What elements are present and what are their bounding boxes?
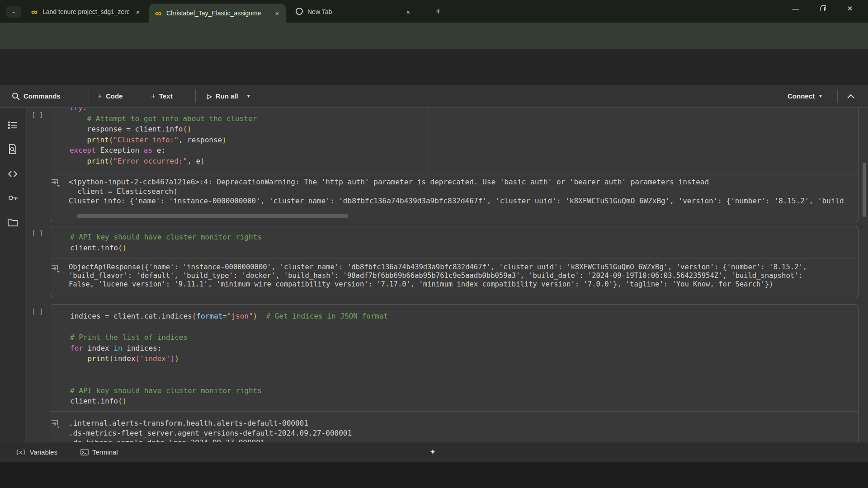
- add-code-button[interactable]: + Code: [98, 85, 123, 107]
- cell-output: .internal.alerts-transform.health.alerts…: [69, 418, 858, 442]
- tab-title: Land tenure project_sdg1_zero_: [42, 8, 129, 15]
- cell-run-gutter[interactable]: [ ]: [32, 230, 47, 237]
- colab-favicon: ∞: [154, 9, 163, 18]
- browser-tab-1[interactable]: ∞ Land tenure project_sdg1_zero_ ×: [25, 4, 146, 20]
- files-folder-icon[interactable]: [7, 217, 18, 228]
- notebook-content: [ ] try: # Attempt to get info about the…: [0, 108, 868, 442]
- notebook-footer: {x} Variables Terminal ✦: [0, 442, 868, 462]
- run-all-button[interactable]: ▷ Run all ▼: [207, 85, 251, 107]
- collapse-header-icon[interactable]: [847, 85, 854, 107]
- code-editor[interactable]: indices = client.cat.indices(format="jso…: [70, 311, 388, 407]
- code-editor[interactable]: # API key should have cluster monitor ri…: [70, 232, 262, 253]
- browser-tab-2-active[interactable]: ∞ Christabel_Tay_Elastic_assignme ×: [149, 4, 286, 23]
- cell-output: <ipython-input-2-ccb467a121e6>:4: Deprec…: [69, 177, 858, 206]
- add-text-label: Text: [159, 92, 173, 100]
- output-toggle-icon[interactable]: [51, 419, 61, 428]
- tab-title: New Tab: [307, 8, 400, 15]
- windows-taskbar: 1 mm of rain Wednesday Search DELL a O: [0, 462, 868, 488]
- cell-output-divider: [50, 258, 858, 258]
- output-horizontal-scrollbar[interactable]: [77, 214, 348, 218]
- cell-run-gutter[interactable]: [ ]: [32, 308, 47, 315]
- cell-editor-right-edge: [429, 108, 429, 174]
- table-of-contents-icon[interactable]: [7, 120, 18, 131]
- window-maximize-button[interactable]: [813, 0, 833, 17]
- plus-icon: +: [98, 92, 102, 101]
- tab-search-button[interactable]: ⌄: [6, 6, 21, 18]
- cell-output-divider: [50, 174, 858, 174]
- plus-icon: +: [151, 92, 156, 101]
- browser-tab-strip: ⌄ ∞ Land tenure project_sdg1_zero_ × ∞ C…: [0, 0, 868, 23]
- left-sidebar: [0, 108, 25, 442]
- code-snippets-icon[interactable]: [7, 169, 18, 179]
- desktop: ⌄ ∞ Land tenure project_sdg1_zero_ × ∞ C…: [0, 0, 868, 488]
- gemini-spark-footer-icon[interactable]: ✦: [429, 442, 436, 462]
- toolbar-separator: [195, 89, 196, 103]
- variables-button[interactable]: {x} Variables: [15, 442, 57, 462]
- chevron-down-icon[interactable]: ▼: [246, 94, 251, 99]
- output-toggle-icon[interactable]: [51, 178, 61, 187]
- connect-button[interactable]: Connect ▼: [788, 85, 823, 107]
- tab-title: Christabel_Tay_Elastic_assignme: [166, 9, 269, 17]
- tab-close-icon[interactable]: ×: [134, 8, 142, 16]
- variables-label: Variables: [29, 448, 57, 456]
- new-tab-favicon: [295, 8, 304, 16]
- terminal-icon: [80, 449, 89, 455]
- window-close-button[interactable]: ✕: [840, 0, 860, 17]
- output-toggle-icon[interactable]: [51, 264, 61, 273]
- vertical-scrollbar[interactable]: [863, 163, 866, 217]
- toolbar-separator: [837, 89, 838, 103]
- cell-output: ObjectApiResponse({'name': 'instance-000…: [69, 263, 858, 289]
- commands-button[interactable]: Commands: [12, 85, 61, 107]
- run-icon: ▷: [207, 93, 212, 100]
- commands-label: Commands: [24, 92, 61, 100]
- browser-tab-3[interactable]: New Tab ×: [290, 4, 417, 20]
- tab-close-icon[interactable]: ×: [404, 8, 412, 16]
- secrets-key-icon[interactable]: [7, 192, 18, 203]
- run-all-label: Run all: [216, 92, 238, 100]
- colab-header: Christabel_Tay_Elastic_assignment.ipynb …: [0, 49, 868, 85]
- code-editor[interactable]: try: # Attempt to get info about the clu…: [70, 108, 257, 166]
- variables-icon: {x}: [15, 449, 26, 455]
- connect-label: Connect: [788, 92, 815, 100]
- cell-run-gutter[interactable]: [ ]: [32, 111, 47, 118]
- colab-favicon: ∞: [30, 7, 39, 16]
- cell-output-divider: [50, 411, 858, 412]
- chevron-down-icon[interactable]: ▼: [818, 94, 823, 99]
- terminal-label: Terminal: [92, 448, 118, 456]
- add-text-button[interactable]: + Text: [151, 85, 173, 107]
- find-replace-icon[interactable]: [7, 144, 18, 155]
- search-icon: [12, 92, 20, 100]
- browser-toolbar: ← → ↻ colab.research.google.com/drive/1j…: [0, 23, 868, 49]
- window-minimize-button[interactable]: —: [786, 0, 806, 17]
- notebook-toolbar: Commands + Code + Text ▷ Run all ▼ Conne…: [0, 85, 868, 108]
- terminal-button[interactable]: Terminal: [80, 442, 118, 462]
- toolbar-separator: [89, 89, 89, 103]
- tab-close-icon[interactable]: ×: [273, 9, 281, 17]
- add-code-label: Code: [106, 92, 123, 100]
- new-tab-button[interactable]: +: [432, 5, 444, 18]
